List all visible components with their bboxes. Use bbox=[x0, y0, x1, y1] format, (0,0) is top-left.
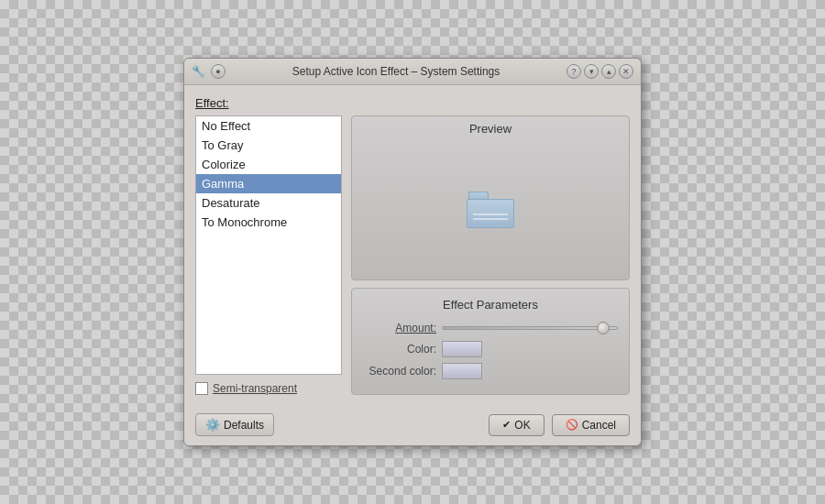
dialog-content: Effect: No Effect To Gray Colorize Gamma… bbox=[184, 85, 641, 406]
params-label: Effect Parameters bbox=[363, 298, 618, 312]
amount-slider-track bbox=[442, 326, 618, 330]
list-item-desaturate[interactable]: Desaturate bbox=[196, 193, 341, 213]
list-item-no-effect[interactable]: No Effect bbox=[196, 116, 341, 136]
title-bar-left: 🔧 ● bbox=[192, 64, 226, 79]
defaults-button[interactable]: ⚙️ Defaults bbox=[195, 413, 274, 436]
folder-lines bbox=[473, 214, 508, 220]
ok-label: OK bbox=[514, 419, 530, 432]
list-item-gamma[interactable]: Gamma bbox=[196, 174, 341, 193]
color-swatch[interactable] bbox=[442, 341, 482, 357]
wrench-icon: 🔧 bbox=[192, 65, 205, 78]
preview-area bbox=[467, 139, 514, 279]
semi-transparent-row: Semi-transparent bbox=[195, 382, 342, 395]
amount-label: Amount: bbox=[363, 322, 436, 334]
effect-list: No Effect To Gray Colorize Gamma Desatur… bbox=[195, 115, 342, 375]
preview-box: Preview bbox=[351, 115, 630, 280]
color-row: Color: bbox=[363, 341, 618, 357]
cancel-button[interactable]: 🚫 Cancel bbox=[552, 414, 630, 436]
list-item-to-monochrome[interactable]: To Monochrome bbox=[196, 213, 341, 232]
left-panel: No Effect To Gray Colorize Gamma Desatur… bbox=[195, 115, 342, 395]
action-buttons: ✔ OK 🚫 Cancel bbox=[489, 414, 630, 436]
dialog-title: Setup Active Icon Effect – System Settin… bbox=[226, 65, 566, 78]
help-button[interactable]: ? bbox=[566, 64, 581, 79]
second-color-row: Second color: bbox=[363, 363, 618, 379]
second-color-label: Second color: bbox=[363, 365, 436, 378]
dialog-window: 🔧 ● Setup Active Icon Effect – System Se… bbox=[183, 58, 642, 446]
list-item-colorize[interactable]: Colorize bbox=[196, 155, 341, 174]
right-panel: Preview bbox=[351, 115, 630, 395]
ok-icon: ✔ bbox=[502, 419, 511, 431]
title-bar: 🔧 ● Setup Active Icon Effect – System Se… bbox=[184, 59, 641, 85]
folder-body bbox=[467, 199, 514, 228]
bottom-bar: ⚙️ Defaults ✔ OK 🚫 Cancel bbox=[184, 406, 641, 445]
close-title-button[interactable]: ✕ bbox=[619, 64, 633, 79]
maximize-button[interactable]: ▴ bbox=[601, 64, 616, 79]
amount-slider-thumb[interactable] bbox=[597, 322, 610, 334]
list-item-to-gray[interactable]: To Gray bbox=[196, 136, 341, 155]
close-button[interactable]: ● bbox=[211, 64, 226, 79]
main-row: No Effect To Gray Colorize Gamma Desatur… bbox=[195, 115, 630, 395]
cancel-label: Cancel bbox=[582, 419, 616, 432]
title-bar-controls: ? ▾ ▴ ✕ bbox=[566, 64, 633, 79]
defaults-icon: ⚙️ bbox=[205, 418, 220, 432]
folder-icon bbox=[467, 192, 514, 228]
amount-slider-container bbox=[442, 321, 618, 335]
color-label: Color: bbox=[363, 343, 436, 356]
minimize-button[interactable]: ▾ bbox=[584, 64, 599, 79]
semi-transparent-checkbox[interactable] bbox=[195, 382, 208, 395]
folder-line-1 bbox=[473, 214, 508, 215]
defaults-label: Defaults bbox=[224, 419, 264, 432]
second-color-swatch[interactable] bbox=[442, 363, 482, 379]
ok-button[interactable]: ✔ OK bbox=[489, 414, 544, 436]
params-box: Effect Parameters Amount: Color: bbox=[351, 288, 630, 395]
folder-line-2 bbox=[473, 218, 508, 220]
effect-label: Effect: bbox=[195, 96, 630, 110]
cancel-icon: 🚫 bbox=[566, 419, 578, 431]
amount-row: Amount: bbox=[363, 321, 618, 335]
preview-label: Preview bbox=[469, 116, 512, 139]
semi-transparent-label: Semi-transparent bbox=[213, 382, 297, 395]
